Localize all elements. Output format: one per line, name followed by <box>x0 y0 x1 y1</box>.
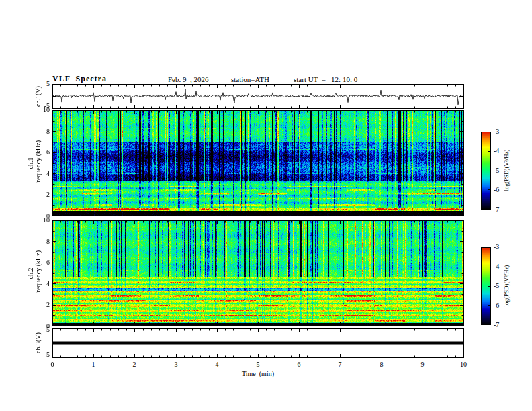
ch2-spec-channel-label: ch.2 <box>27 268 34 279</box>
ch1-spec-channel-label: ch.1 <box>27 158 34 169</box>
colorbar2-tick: -3 <box>494 243 511 251</box>
colorbar1-tick: -7 <box>494 205 511 214</box>
x-tick-label: 2 <box>127 361 142 368</box>
ch2-colorbar <box>481 247 491 325</box>
colorbar2-tick: -7 <box>494 321 511 329</box>
ch3-wave-axis-label: ch.3(V) <box>34 328 42 358</box>
colorbar1-label: log(PSD)(V²/Hz) <box>503 140 511 201</box>
x-axis-title: Time (min) <box>224 370 292 377</box>
ch1-waveform-canvas <box>52 84 464 109</box>
colorbar1-tick: -3 <box>494 128 511 136</box>
ch2-spec-frequency-label: Frequency (kHz) <box>34 250 42 296</box>
vlf-spectra-figure: VLF Spectra Feb. 9 , 2026 station=ATH st… <box>0 0 532 411</box>
ch3-waveform-canvas <box>52 328 464 358</box>
figure-date: Feb. 9 , 2026 <box>168 75 209 83</box>
ch1-spec-axis-label: ch.1Frequency (kHz) <box>27 130 42 197</box>
ch1-spectrogram-canvas <box>52 110 464 216</box>
x-tick-label: 7 <box>332 361 347 368</box>
x-tick-label: 1 <box>86 361 101 368</box>
ch2-spectrogram-canvas <box>52 220 464 326</box>
x-tick-label: 10 <box>456 361 471 368</box>
x-tick-label: 3 <box>169 361 183 368</box>
x-tick-label: 9 <box>415 361 430 368</box>
x-tick-label: 4 <box>210 361 224 368</box>
start-ut-label: start UT = 12: 10: 0 <box>294 75 357 83</box>
ch1-colorbar <box>481 132 491 210</box>
ch2-spec-axis-label: ch.2Frequency (kHz) <box>27 240 42 307</box>
x-tick-label: 0 <box>45 361 60 368</box>
x-tick-label: 5 <box>251 361 265 368</box>
x-tick-label: 6 <box>292 361 306 368</box>
ch1-wave-axis-label: ch.1(V) <box>34 82 42 111</box>
station-label: station=ATH <box>231 75 269 83</box>
ch1-spec-frequency-label: Frequency (kHz) <box>34 140 42 186</box>
x-tick-label: 8 <box>374 361 389 368</box>
ch2-spec-ytick: 10 <box>26 216 50 224</box>
colorbar2-label: log(PSD)(V²/Hz) <box>503 256 511 316</box>
figure-title: VLF Spectra <box>52 74 107 84</box>
